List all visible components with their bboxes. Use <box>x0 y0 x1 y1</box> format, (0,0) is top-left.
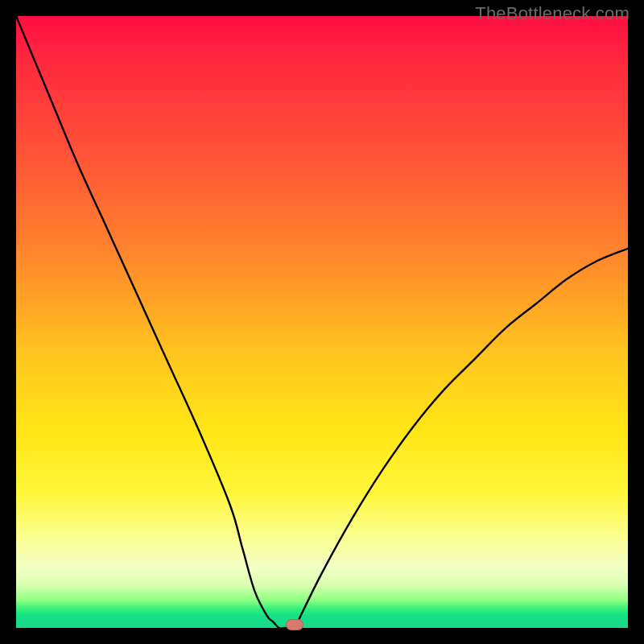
plot-area <box>16 16 628 628</box>
chart-container: TheBottleneck.com <box>0 0 644 644</box>
bottleneck-curve-path <box>16 16 628 628</box>
watermark-text: TheBottleneck.com <box>475 3 630 24</box>
curve-svg <box>16 16 628 628</box>
marker-dot <box>286 619 303 630</box>
